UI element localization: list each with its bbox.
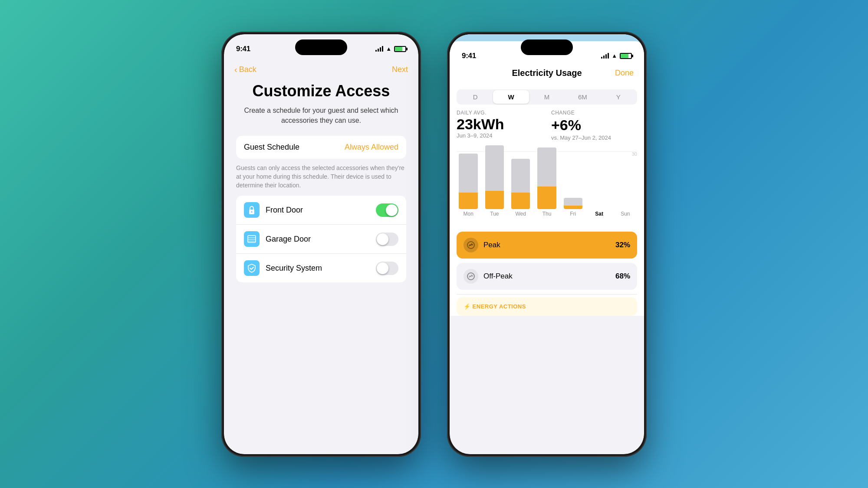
- peak-label: Peak: [483, 241, 615, 249]
- daily-avg-block: DAILY AVG. 23kWh Jun 3–9, 2024: [457, 110, 542, 141]
- time-left: 9:41: [236, 45, 250, 53]
- fri-label: Fri: [570, 211, 576, 217]
- offpeak-label: Off-Peak: [483, 272, 615, 281]
- change-date: vs. May 27–Jun 2, 2024: [551, 134, 637, 141]
- period-btn-y[interactable]: Y: [601, 90, 636, 104]
- page-subtitle: Create a schedule for your guest and sel…: [236, 105, 406, 125]
- chart-container: 30 Mon: [450, 147, 644, 227]
- daily-avg-date: Jun 3–9, 2024: [457, 132, 542, 139]
- wifi-icon-left: ▲: [386, 46, 391, 52]
- right-phone: 9:41 ▲: [447, 32, 647, 457]
- offpeak-icon: [464, 269, 478, 284]
- thu-label: Thu: [542, 211, 552, 217]
- status-icons-right: ▲: [601, 52, 632, 59]
- wifi-icon-right: ▲: [612, 52, 617, 59]
- wed-lower-bar: [511, 193, 530, 209]
- energy-actions-banner[interactable]: ⚡ ENERGY ACTIONS: [457, 297, 637, 316]
- mon-lower-bar: [459, 193, 477, 209]
- guest-schedule-row: Guest Schedule Always Allowed: [244, 143, 398, 152]
- battery-icon-left: [394, 46, 406, 52]
- thu-lower-bar: [537, 187, 556, 209]
- wed-label: Wed: [515, 211, 526, 217]
- signal-icon-left: [375, 46, 383, 52]
- energy-actions-label: ⚡ ENERGY ACTIONS: [464, 303, 526, 310]
- dynamic-island-left: [295, 39, 347, 55]
- change-label: CHANGE: [551, 110, 637, 116]
- next-button[interactable]: Next: [392, 65, 408, 74]
- lock-icon: [244, 202, 260, 218]
- accessory-row-garage-door: Garage Door: [236, 225, 406, 254]
- sun-label: Sun: [621, 211, 630, 217]
- status-icons-left: ▲: [375, 46, 406, 52]
- daily-avg-label: DAILY AVG.: [457, 110, 542, 116]
- accessory-row-security: Security System: [236, 254, 406, 282]
- done-button[interactable]: Done: [612, 69, 634, 78]
- daily-avg-value: 23kWh: [457, 117, 542, 131]
- guest-schedule-card[interactable]: Guest Schedule Always Allowed: [236, 136, 406, 159]
- chart-col-tue: Tue: [483, 151, 506, 217]
- chart-col-wed: Wed: [509, 151, 533, 217]
- chevron-left-icon: ‹: [234, 65, 237, 75]
- legend-section: Peak 32% Off-Peak 68%: [450, 227, 644, 290]
- peak-pct: 32%: [615, 241, 630, 249]
- left-screen: 9:41 ▲ ‹ Bac: [224, 34, 418, 454]
- signal-icon-right: [601, 53, 609, 59]
- front-door-toggle[interactable]: [376, 203, 398, 217]
- sat-label: Sat: [595, 211, 603, 217]
- accessories-list: Front Door: [236, 196, 406, 282]
- chart-bars: Mon Tue: [457, 151, 637, 227]
- garage-door-toggle[interactable]: [376, 233, 398, 246]
- period-selector: D W M 6M Y: [457, 89, 637, 105]
- period-btn-6m[interactable]: 6M: [565, 90, 600, 104]
- mon-label: Mon: [463, 211, 473, 217]
- period-btn-d[interactable]: D: [457, 90, 493, 104]
- period-btn-w[interactable]: W: [493, 90, 529, 104]
- left-phone: 9:41 ▲ ‹ Bac: [221, 32, 421, 457]
- peak-icon: [464, 238, 478, 252]
- tue-upper-bar: [485, 145, 504, 191]
- change-block: CHANGE +6% vs. May 27–Jun 2, 2024: [551, 110, 637, 141]
- mon-upper-bar: [459, 154, 477, 193]
- garage-door-label: Garage Door: [266, 235, 376, 244]
- back-button[interactable]: ‹ Back: [234, 65, 256, 75]
- svg-point-1: [251, 211, 253, 213]
- wed-upper-bar: [511, 159, 530, 193]
- guest-schedule-label: Guest Schedule: [244, 143, 299, 152]
- guest-schedule-value: Always Allowed: [345, 143, 398, 152]
- time-right: 9:41: [462, 52, 476, 60]
- guest-schedule-description: Guests can only access the selected acce…: [236, 164, 406, 190]
- right-screen: 9:41 ▲: [450, 34, 644, 454]
- stats-row: DAILY AVG. 23kWh Jun 3–9, 2024 CHANGE +6…: [450, 110, 644, 147]
- chart-col-sat: Sat: [587, 151, 611, 217]
- nav-bar-left: ‹ Back Next: [224, 58, 418, 78]
- tue-lower-bar: [485, 191, 504, 209]
- battery-icon-right: [620, 53, 632, 59]
- electricity-header: Electricity Usage Done: [450, 65, 644, 83]
- offpeak-pct: 68%: [615, 272, 630, 281]
- dynamic-island-right: [521, 39, 573, 55]
- security-system-label: Security System: [266, 264, 376, 273]
- change-value: +6%: [551, 117, 637, 134]
- fri-lower-bar: [564, 206, 582, 209]
- security-system-toggle[interactable]: [376, 262, 398, 275]
- accessory-row-front-door: Front Door: [236, 196, 406, 225]
- front-door-label: Front Door: [266, 206, 376, 215]
- electricity-title: Electricity Usage: [482, 68, 612, 78]
- tue-label: Tue: [490, 211, 499, 217]
- fri-upper-bar: [564, 198, 582, 206]
- divider: [457, 294, 637, 295]
- peak-legend-item: Peak 32%: [457, 232, 637, 259]
- offpeak-legend-item: Off-Peak 68%: [457, 263, 637, 290]
- chart-col-sun: Sun: [614, 151, 637, 217]
- shield-icon: [244, 260, 260, 276]
- chart-col-fri: Fri: [561, 151, 585, 217]
- chart-col-thu: Thu: [535, 151, 559, 217]
- customize-content: Customize Access Create a schedule for y…: [224, 82, 418, 283]
- thu-upper-bar: [537, 147, 556, 187]
- back-label: Back: [239, 65, 256, 74]
- period-btn-m[interactable]: M: [529, 90, 565, 104]
- page-title: Customize Access: [236, 82, 406, 100]
- chart-col-mon: Mon: [457, 151, 480, 217]
- garage-icon: [244, 231, 260, 247]
